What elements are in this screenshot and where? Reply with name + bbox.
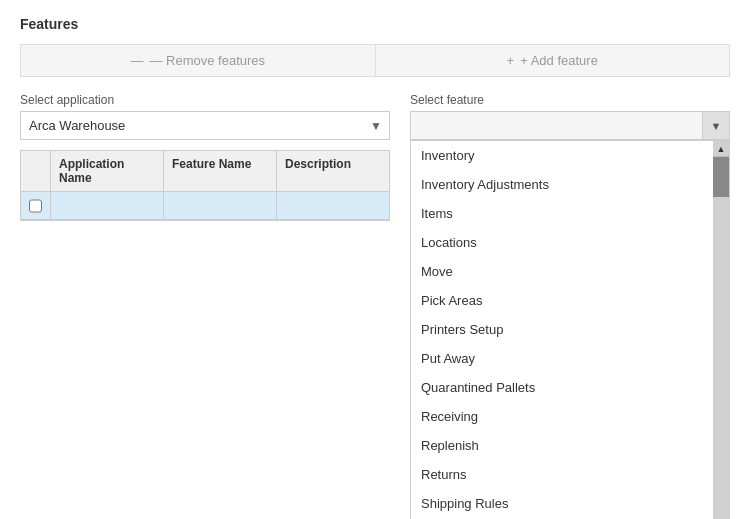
application-select[interactable]: Arca Warehouse	[20, 111, 390, 140]
add-icon: +	[507, 53, 515, 68]
feature-dropdown-list-container: InventoryInventory AdjustmentsItemsLocat…	[410, 140, 730, 519]
main-content: Select application Arca Warehouse ▼ Appl…	[20, 93, 730, 519]
toolbar: — — Remove features + + Add feature	[20, 44, 730, 77]
right-section: Select feature ▼ InventoryInventory Adju…	[410, 93, 730, 519]
dropdown-item[interactable]: Pick Areas	[411, 286, 713, 315]
dropdown-item[interactable]: Locations	[411, 228, 713, 257]
scroll-middle	[713, 197, 729, 519]
table-header-feature-name: Feature Name	[164, 151, 277, 191]
scroll-thumb[interactable]	[713, 157, 729, 197]
application-selector-group: Select application Arca Warehouse ▼	[20, 93, 390, 140]
dropdown-item[interactable]: Items	[411, 199, 713, 228]
feature-selector-label: Select feature	[410, 93, 730, 107]
row-app-name	[51, 192, 164, 219]
section-title: Features	[20, 16, 730, 32]
features-table-container: Application Name Feature Name Descriptio…	[20, 150, 390, 221]
table-header-description: Description	[277, 151, 389, 191]
application-select-wrapper: Arca Warehouse ▼	[20, 111, 390, 140]
add-feature-label: + Add feature	[520, 53, 598, 68]
feature-select-dropdown-arrow[interactable]: ▼	[702, 111, 730, 140]
table-header: Application Name Feature Name Descriptio…	[21, 151, 389, 192]
features-table: Application Name Feature Name Descriptio…	[20, 150, 390, 221]
remove-features-button[interactable]: — — Remove features	[20, 44, 375, 77]
row-checkbox-cell[interactable]	[21, 192, 51, 219]
remove-features-label: — Remove features	[149, 53, 265, 68]
row-description	[277, 192, 389, 219]
remove-icon: —	[130, 53, 143, 68]
feature-dropdown-list: InventoryInventory AdjustmentsItemsLocat…	[411, 141, 713, 519]
dropdown-item[interactable]: Inventory	[411, 141, 713, 170]
application-selector-label: Select application	[20, 93, 390, 107]
dropdown-item[interactable]: Receiving	[411, 402, 713, 431]
dropdown-item[interactable]: Quarantined Pallets	[411, 373, 713, 402]
scroll-up-button[interactable]: ▲	[713, 141, 729, 157]
table-row[interactable]	[21, 192, 389, 220]
dropdown-item[interactable]: Shipping Rules	[411, 489, 713, 518]
dropdown-item[interactable]: Replenish	[411, 431, 713, 460]
table-header-app-name: Application Name	[51, 151, 164, 191]
left-section: Select application Arca Warehouse ▼ Appl…	[20, 93, 390, 221]
add-feature-button[interactable]: + + Add feature	[375, 44, 731, 77]
feature-select-row: ▼	[410, 111, 730, 140]
row-checkbox[interactable]	[29, 199, 42, 213]
feature-select-input[interactable]	[410, 111, 702, 140]
dropdown-item[interactable]: Returns	[411, 460, 713, 489]
dropdown-item[interactable]: Inventory Adjustments	[411, 170, 713, 199]
table-header-checkbox-cell	[21, 151, 51, 191]
dropdown-item[interactable]: Move	[411, 257, 713, 286]
dropdown-item[interactable]: Put Away	[411, 344, 713, 373]
scroll-track: ▲ ▼	[713, 141, 729, 519]
row-feature-name	[164, 192, 277, 219]
dropdown-item[interactable]: Printers Setup	[411, 315, 713, 344]
